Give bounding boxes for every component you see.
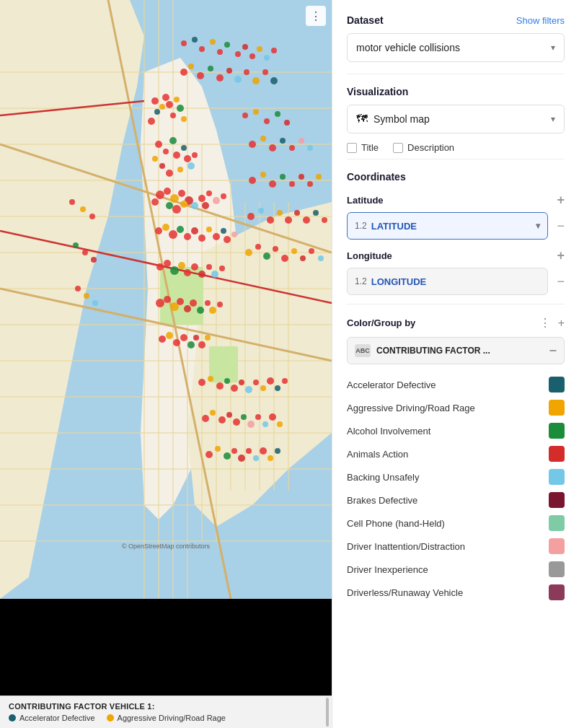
map-more-button[interactable]: ⋮ bbox=[306, 6, 326, 26]
dataset-section-header: Dataset Show filters bbox=[347, 14, 565, 26]
svg-point-65 bbox=[172, 205, 181, 214]
svg-point-182 bbox=[284, 120, 290, 126]
contributing-field-text: CONTRIBUTING FACTOR ... bbox=[376, 346, 490, 356]
svg-point-63 bbox=[151, 198, 159, 206]
show-filters-link[interactable]: Show filters bbox=[516, 15, 565, 26]
svg-point-209 bbox=[263, 253, 270, 260]
list-item-3-swatch bbox=[549, 446, 565, 462]
legend-item-accelerator: Accelerator Defective bbox=[9, 714, 95, 722]
map-legend-title: CONTRIBUTING FACTOR VEHICLE 1: bbox=[9, 702, 323, 711]
dataset-dropdown[interactable]: motor vehicle collisions ▾ bbox=[347, 33, 565, 62]
list-item-0-label: Accelerator Defective bbox=[347, 380, 549, 390]
svg-point-192 bbox=[269, 180, 276, 188]
color-group-section: Color/Group by ⋮ + ABC CONTRIBUTING FACT… bbox=[347, 316, 565, 604]
section-divider-3 bbox=[347, 304, 565, 304]
svg-point-119 bbox=[245, 386, 252, 393]
svg-point-105 bbox=[159, 336, 166, 343]
svg-point-85 bbox=[156, 263, 164, 271]
svg-point-165 bbox=[244, 69, 249, 75]
svg-point-191 bbox=[260, 172, 266, 177]
map-legend: CONTRIBUTING FACTOR VEHICLE 1: Accelerat… bbox=[0, 696, 332, 728]
svg-point-173 bbox=[82, 250, 88, 255]
viz-dropdown[interactable]: 🗺 Symbol map ▾ bbox=[347, 105, 565, 133]
svg-point-99 bbox=[184, 305, 191, 312]
svg-point-200 bbox=[267, 216, 274, 224]
contributing-field[interactable]: ABC CONTRIBUTING FACTOR ... − bbox=[347, 337, 565, 364]
svg-point-160 bbox=[197, 72, 204, 79]
svg-point-164 bbox=[234, 76, 242, 83]
list-item-6-swatch bbox=[549, 515, 565, 531]
svg-point-161 bbox=[208, 66, 213, 71]
svg-point-49 bbox=[152, 156, 158, 162]
svg-point-150 bbox=[217, 49, 223, 55]
section-divider-1 bbox=[347, 74, 565, 74]
svg-point-141 bbox=[246, 448, 252, 454]
svg-point-149 bbox=[210, 39, 216, 45]
svg-point-51 bbox=[181, 145, 187, 151]
latitude-label-row: Latitude + bbox=[347, 193, 565, 208]
svg-point-163 bbox=[226, 68, 232, 74]
longitude-field[interactable]: 1.2 LONGITUDE bbox=[347, 268, 548, 295]
svg-point-131 bbox=[247, 421, 255, 428]
abc-icon: ABC bbox=[355, 344, 371, 357]
title-checkbox[interactable] bbox=[347, 143, 357, 153]
svg-point-79 bbox=[198, 234, 205, 242]
list-item-2: Alcohol Involvement bbox=[347, 419, 565, 442]
svg-point-213 bbox=[300, 255, 306, 261]
svg-point-68 bbox=[198, 195, 205, 202]
list-item-2-label: Alcohol Involvement bbox=[347, 426, 549, 437]
svg-point-176 bbox=[84, 293, 89, 299]
color-group-plus-btn[interactable]: + bbox=[558, 317, 565, 330]
latitude-plus-btn[interactable]: + bbox=[557, 193, 565, 208]
map-legend-items: Accelerator Defective Aggressive Driving… bbox=[9, 714, 323, 722]
svg-point-188 bbox=[299, 138, 304, 144]
svg-rect-30 bbox=[209, 346, 238, 382]
longitude-field-num: 1.2 bbox=[355, 276, 367, 286]
svg-point-184 bbox=[260, 136, 266, 141]
svg-point-183 bbox=[249, 141, 256, 148]
latitude-label: Latitude bbox=[347, 195, 384, 206]
description-checkbox-label[interactable]: Description bbox=[393, 142, 454, 153]
list-item-1-swatch bbox=[549, 400, 565, 416]
svg-point-168 bbox=[270, 77, 278, 84]
map-container[interactable]: © OpenStreetMap contributors ⋮ bbox=[0, 0, 332, 599]
list-item-9-label: Driverless/Runaway Vehicle bbox=[347, 587, 549, 598]
list-item-7-swatch bbox=[549, 538, 565, 554]
svg-point-133 bbox=[262, 421, 268, 427]
title-checkbox-label[interactable]: Title bbox=[347, 142, 379, 153]
color-group-icons: ⋮ + bbox=[539, 316, 565, 330]
svg-point-167 bbox=[262, 69, 268, 75]
latitude-minus-btn[interactable]: − bbox=[557, 219, 565, 234]
color-group-more-btn[interactable]: ⋮ bbox=[539, 316, 551, 330]
longitude-row: Longitude + 1.2 LONGITUDE − bbox=[347, 248, 565, 295]
longitude-minus-btn[interactable]: − bbox=[557, 274, 565, 289]
longitude-plus-btn[interactable]: + bbox=[557, 248, 565, 263]
svg-point-126 bbox=[210, 410, 216, 416]
svg-point-38 bbox=[162, 94, 169, 101]
svg-point-215 bbox=[318, 255, 324, 261]
viz-dropdown-arrow: ▾ bbox=[551, 114, 555, 124]
svg-point-48 bbox=[169, 137, 177, 144]
svg-point-57 bbox=[192, 152, 198, 158]
svg-point-145 bbox=[275, 448, 280, 454]
svg-point-95 bbox=[156, 299, 164, 307]
latitude-field-text: LATITUDE bbox=[371, 221, 417, 232]
latitude-field-wrapper: 1.2 LATITUDE ▾ − bbox=[347, 212, 565, 240]
description-checkbox[interactable] bbox=[393, 143, 403, 153]
svg-point-110 bbox=[193, 335, 199, 341]
longitude-label-row: Longitude + bbox=[347, 248, 565, 263]
svg-point-53 bbox=[159, 163, 165, 169]
latitude-field[interactable]: 1.2 LATITUDE ▾ bbox=[347, 212, 548, 240]
viz-selected-value: Symbol map bbox=[374, 113, 430, 125]
svg-point-205 bbox=[313, 210, 319, 216]
svg-point-157 bbox=[271, 48, 277, 53]
svg-point-47 bbox=[163, 149, 169, 154]
svg-point-206 bbox=[322, 217, 327, 223]
svg-point-66 bbox=[180, 201, 187, 208]
contributing-minus-btn[interactable]: − bbox=[549, 343, 557, 359]
svg-point-175 bbox=[75, 286, 81, 291]
list-item-1-label: Aggressive Driving/Road Rage bbox=[347, 403, 549, 413]
svg-point-204 bbox=[303, 216, 310, 224]
svg-point-46 bbox=[155, 141, 162, 148]
list-item-6-label: Cell Phone (hand-Held) bbox=[347, 518, 549, 529]
